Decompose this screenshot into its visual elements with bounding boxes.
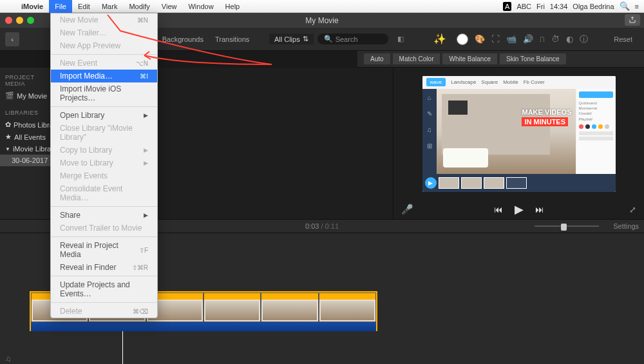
preview-overlay-text: MAKE VIDEOS IN MINUTES [522, 108, 571, 126]
sidebar-photos[interactable]: ✿ Photos Library [0, 119, 51, 131]
wave-tab: Fb Cover [524, 79, 545, 85]
tab-transitions[interactable]: Transitions [215, 35, 249, 43]
wave-tab: Mobile [503, 79, 518, 85]
file-menu-item: New App Preview [51, 39, 157, 52]
side-label: Photos Library [14, 121, 52, 129]
menu-help[interactable]: Help [220, 0, 246, 13]
traffic-lights [5, 17, 34, 24]
menu-app[interactable]: iMovie [15, 0, 49, 13]
thumbnail-size-icon[interactable]: ◧ [397, 35, 404, 43]
settings-button[interactable]: Settings [613, 222, 639, 230]
color-balance-icon[interactable] [457, 34, 468, 45]
sidebar-imovie-lib[interactable]: ▼ iMovie Library [0, 143, 51, 155]
zoom-slider-track[interactable] [535, 225, 599, 227]
reset-button[interactable]: Reset [607, 35, 639, 43]
user-name[interactable]: Olga Bedrina [573, 3, 614, 10]
preview-content: wave Landscape Square Mobile Fb Cover ⌂✎… [422, 76, 616, 192]
wave-bottom-bar: ▶ [422, 174, 616, 192]
menu-modify[interactable]: Modify [123, 0, 155, 13]
crop-icon[interactable]: ⛶ [491, 34, 500, 44]
file-menu-item: Move to Library▶ [51, 157, 157, 169]
input-source-icon[interactable]: A [503, 2, 511, 11]
color-match[interactable]: Match Color [393, 53, 440, 64]
file-menu-item: Close Library "iMovie Library" [51, 122, 157, 144]
noise-reduce-icon[interactable]: ⎍ [540, 34, 545, 44]
menu-file[interactable]: File [49, 0, 72, 13]
tab-backgrounds[interactable]: Backgrounds [162, 35, 204, 43]
wave-tab: Landscape [451, 79, 476, 85]
spotlight-icon[interactable]: 🔍 [620, 1, 630, 11]
side-label: 30-06-2017 [12, 157, 48, 164]
clips-filter-label: All Clips [274, 35, 300, 43]
file-menu-item: New Event⌥N [51, 57, 157, 70]
menu-window[interactable]: Window [182, 0, 219, 13]
filter-icon[interactable]: ◐ [566, 34, 573, 44]
menu-mark[interactable]: Mark [96, 0, 123, 13]
close-window-button[interactable] [5, 17, 12, 24]
file-menu-item[interactable]: Share▶ [51, 209, 157, 222]
search-placeholder: Search [336, 35, 358, 43]
fullscreen-window-button[interactable] [27, 17, 34, 24]
notifications-icon[interactable]: ≡ [635, 3, 639, 10]
prev-button[interactable]: ⏮ [494, 204, 503, 215]
file-menu-item: Delete⌘⌫ [51, 305, 157, 318]
file-menu-item[interactable]: Import iMovie iOS Projects… [51, 82, 157, 104]
file-menu-item[interactable]: Reveal in Finder⇧⌘R [51, 261, 157, 274]
file-menu-item[interactable]: Open Library▶ [51, 109, 157, 122]
file-menu-item: New Movie⌘N [51, 14, 157, 26]
file-menu-item: New Trailer… [51, 26, 157, 39]
menu-edit[interactable]: Edit [72, 0, 96, 13]
side-label: iMovie Library [13, 145, 52, 153]
file-menu-item: Convert Trailer to Movie [51, 222, 157, 235]
mac-menubar: iMovie File Edit Mark Modify View Window… [0, 0, 644, 13]
sidebar-project[interactable]: 🎬 My Movie [0, 90, 51, 102]
overlay-line2: IN MINUTES [522, 117, 568, 126]
file-menu-item[interactable]: Import Media…⌘I [51, 70, 157, 82]
font-opt: Oswald [579, 111, 613, 116]
disclosure-triangle-icon[interactable]: ▼ [5, 146, 10, 152]
info-icon[interactable]: ⓘ [580, 34, 588, 45]
font-opt: Playball [579, 117, 613, 122]
color-skin-tone[interactable]: Skin Tone Balance [500, 53, 566, 64]
file-menu-dropdown: New Movie⌘NNew Trailer…New App PreviewNe… [50, 13, 158, 318]
sidebar-header-project: PROJECT MEDIA [0, 72, 51, 90]
search-field[interactable]: 🔍 Search [317, 34, 388, 44]
preview-video-frame [437, 89, 576, 174]
chevron-updown-icon: ⇅ [303, 35, 308, 43]
overlay-line1: MAKE VIDEOS [522, 108, 571, 116]
back-button[interactable]: ‹ [5, 32, 19, 46]
microphone-icon[interactable]: 🎤 [401, 204, 413, 215]
zoom-slider-knob[interactable] [561, 224, 567, 231]
file-menu-item[interactable]: Reveal in Project Media⇧F [51, 239, 157, 261]
fullscreen-icon[interactable]: ⤢ [629, 205, 636, 215]
audio-track-icon[interactable]: ♫ [5, 354, 11, 363]
preview-wave-tabs: wave Landscape Square Mobile Fb Cover [422, 76, 616, 89]
play-button[interactable]: ▶ [515, 202, 524, 216]
sidebar-all-events[interactable]: ★ All Events [0, 131, 51, 143]
sidebar-event-selected[interactable]: 30-06-2017 [0, 155, 51, 166]
menubar-right: A ABC Fri 14:34 Olga Bedrina 🔍 ≡ [503, 1, 644, 11]
inspector-icons: 🎨 ⛶ 📹 🔊 ⎍ ⏱ ◐ ⓘ [457, 34, 588, 45]
color-correction-icon[interactable]: 🎨 [475, 34, 485, 44]
time-total: 0:11 [325, 222, 339, 230]
side-label: All Events [14, 133, 46, 141]
minimize-window-button[interactable] [16, 17, 23, 24]
volume-icon[interactable]: 🔊 [523, 34, 533, 44]
transport-controls: 🎤 ⏮ ▶ ⏭ ⤢ [393, 200, 644, 219]
color-white-balance[interactable]: White Balance [442, 53, 497, 64]
search-icon: 🔍 [324, 35, 333, 43]
color-auto[interactable]: Auto [364, 53, 390, 64]
next-button[interactable]: ⏭ [535, 204, 544, 215]
wave-tab: Square [481, 79, 498, 85]
share-button[interactable] [625, 14, 640, 26]
file-menu-item: Copy to Library▶ [51, 144, 157, 157]
file-menu-item: Consolidate Event Media… [51, 182, 157, 204]
magic-wand-icon[interactable]: ✨ [433, 33, 446, 45]
speed-icon[interactable]: ⏱ [551, 34, 560, 44]
file-menu-item[interactable]: Update Projects and Events… [51, 278, 157, 300]
menu-view[interactable]: View [156, 0, 183, 13]
wave-sidebar: ⌂✎♫⊞ [422, 89, 437, 179]
play-icon: ▶ [425, 177, 437, 189]
stabilize-icon[interactable]: 📹 [506, 34, 516, 44]
clips-filter-dropdown[interactable]: All Clips ⇅ [269, 34, 314, 44]
